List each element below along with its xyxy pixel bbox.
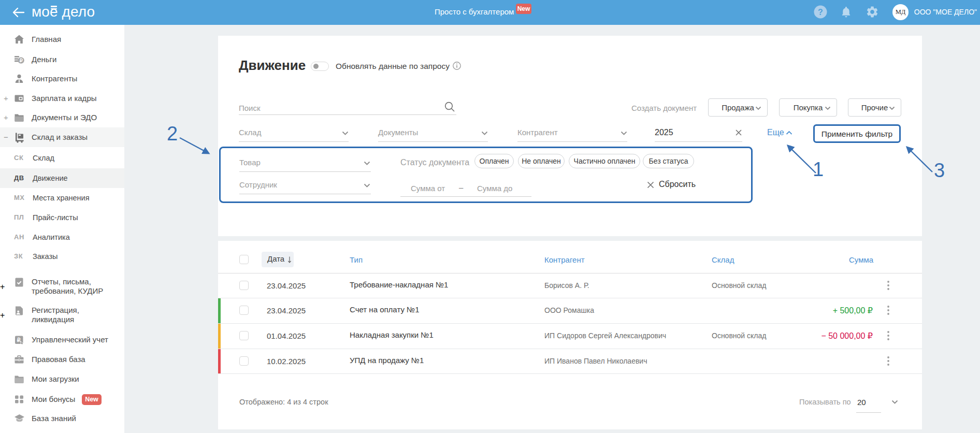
svg-text:₽: ₽	[20, 57, 23, 63]
svg-text:₽: ₽	[17, 337, 21, 343]
svg-text:?: ?	[818, 8, 823, 17]
